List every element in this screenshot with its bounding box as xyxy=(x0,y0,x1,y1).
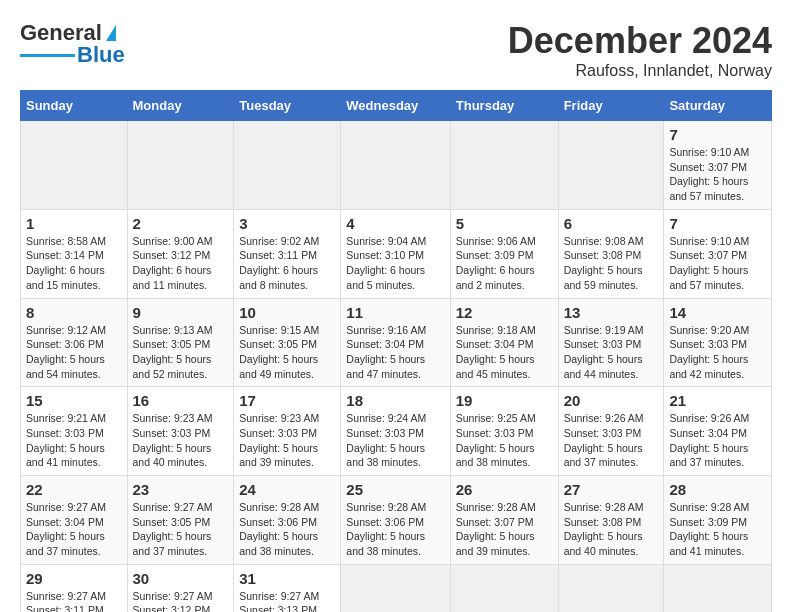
day-info: Sunrise: 9:28 AMSunset: 3:06 PMDaylight:… xyxy=(239,500,335,559)
calendar-week-row: 7Sunrise: 9:10 AMSunset: 3:07 PMDaylight… xyxy=(21,121,772,210)
calendar-week-row: 22Sunrise: 9:27 AMSunset: 3:04 PMDayligh… xyxy=(21,476,772,565)
table-row: 12Sunrise: 9:18 AMSunset: 3:04 PMDayligh… xyxy=(450,298,558,387)
day-number: 29 xyxy=(26,570,122,587)
day-info: Sunrise: 9:20 AMSunset: 3:03 PMDaylight:… xyxy=(669,323,766,382)
day-info: Sunrise: 9:24 AMSunset: 3:03 PMDaylight:… xyxy=(346,411,444,470)
day-number: 2 xyxy=(133,215,229,232)
calendar-title: December 2024 xyxy=(508,20,772,62)
table-row: 6Sunrise: 9:08 AMSunset: 3:08 PMDaylight… xyxy=(558,209,664,298)
day-info: Sunrise: 9:27 AMSunset: 3:12 PMDaylight:… xyxy=(133,589,229,612)
table-row: 18Sunrise: 9:24 AMSunset: 3:03 PMDayligh… xyxy=(341,387,450,476)
day-info: Sunrise: 9:28 AMSunset: 3:09 PMDaylight:… xyxy=(669,500,766,559)
day-info: Sunrise: 9:26 AMSunset: 3:04 PMDaylight:… xyxy=(669,411,766,470)
calendar-week-row: 15Sunrise: 9:21 AMSunset: 3:03 PMDayligh… xyxy=(21,387,772,476)
table-row: 13Sunrise: 9:19 AMSunset: 3:03 PMDayligh… xyxy=(558,298,664,387)
header-wednesday: Wednesday xyxy=(341,91,450,121)
day-info: Sunrise: 9:27 AMSunset: 3:11 PMDaylight:… xyxy=(26,589,122,612)
table-row: 22Sunrise: 9:27 AMSunset: 3:04 PMDayligh… xyxy=(21,476,128,565)
day-number: 7 xyxy=(669,126,766,143)
day-number: 26 xyxy=(456,481,553,498)
day-number: 8 xyxy=(26,304,122,321)
day-number: 30 xyxy=(133,570,229,587)
table-row xyxy=(234,121,341,210)
table-row: 7Sunrise: 9:10 AMSunset: 3:07 PMDaylight… xyxy=(664,209,772,298)
header-tuesday: Tuesday xyxy=(234,91,341,121)
table-row xyxy=(664,564,772,612)
table-row: 29Sunrise: 9:27 AMSunset: 3:11 PMDayligh… xyxy=(21,564,128,612)
day-info: Sunrise: 9:16 AMSunset: 3:04 PMDaylight:… xyxy=(346,323,444,382)
day-number: 7 xyxy=(669,215,766,232)
header-friday: Friday xyxy=(558,91,664,121)
day-number: 27 xyxy=(564,481,659,498)
day-number: 23 xyxy=(133,481,229,498)
day-info: Sunrise: 9:23 AMSunset: 3:03 PMDaylight:… xyxy=(133,411,229,470)
calendar-title-block: December 2024 Raufoss, Innlandet, Norway xyxy=(508,20,772,80)
day-info: Sunrise: 9:21 AMSunset: 3:03 PMDaylight:… xyxy=(26,411,122,470)
day-number: 10 xyxy=(239,304,335,321)
page-header: General Blue December 2024 Raufoss, Innl… xyxy=(20,20,772,80)
day-number: 24 xyxy=(239,481,335,498)
day-number: 16 xyxy=(133,392,229,409)
table-row xyxy=(341,564,450,612)
table-row xyxy=(127,121,234,210)
table-row: 17Sunrise: 9:23 AMSunset: 3:03 PMDayligh… xyxy=(234,387,341,476)
day-number: 15 xyxy=(26,392,122,409)
day-info: Sunrise: 9:19 AMSunset: 3:03 PMDaylight:… xyxy=(564,323,659,382)
calendar-header-row: Sunday Monday Tuesday Wednesday Thursday… xyxy=(21,91,772,121)
table-row: 24Sunrise: 9:28 AMSunset: 3:06 PMDayligh… xyxy=(234,476,341,565)
table-row: 31Sunrise: 9:27 AMSunset: 3:13 PMDayligh… xyxy=(234,564,341,612)
table-row: 7Sunrise: 9:10 AMSunset: 3:07 PMDaylight… xyxy=(664,121,772,210)
day-info: Sunrise: 9:02 AMSunset: 3:11 PMDaylight:… xyxy=(239,234,335,293)
calendar-week-row: 1Sunrise: 8:58 AMSunset: 3:14 PMDaylight… xyxy=(21,209,772,298)
table-row xyxy=(450,121,558,210)
day-info: Sunrise: 9:08 AMSunset: 3:08 PMDaylight:… xyxy=(564,234,659,293)
day-info: Sunrise: 9:27 AMSunset: 3:13 PMDaylight:… xyxy=(239,589,335,612)
calendar-week-row: 8Sunrise: 9:12 AMSunset: 3:06 PMDaylight… xyxy=(21,298,772,387)
day-info: Sunrise: 9:27 AMSunset: 3:05 PMDaylight:… xyxy=(133,500,229,559)
day-number: 20 xyxy=(564,392,659,409)
day-number: 31 xyxy=(239,570,335,587)
table-row: 20Sunrise: 9:26 AMSunset: 3:03 PMDayligh… xyxy=(558,387,664,476)
day-number: 19 xyxy=(456,392,553,409)
day-info: Sunrise: 9:18 AMSunset: 3:04 PMDaylight:… xyxy=(456,323,553,382)
day-info: Sunrise: 9:13 AMSunset: 3:05 PMDaylight:… xyxy=(133,323,229,382)
logo: General Blue xyxy=(20,20,125,68)
day-info: Sunrise: 9:26 AMSunset: 3:03 PMDaylight:… xyxy=(564,411,659,470)
table-row: 16Sunrise: 9:23 AMSunset: 3:03 PMDayligh… xyxy=(127,387,234,476)
day-info: Sunrise: 9:28 AMSunset: 3:08 PMDaylight:… xyxy=(564,500,659,559)
day-number: 18 xyxy=(346,392,444,409)
header-thursday: Thursday xyxy=(450,91,558,121)
table-row: 4Sunrise: 9:04 AMSunset: 3:10 PMDaylight… xyxy=(341,209,450,298)
table-row: 8Sunrise: 9:12 AMSunset: 3:06 PMDaylight… xyxy=(21,298,128,387)
day-info: Sunrise: 9:27 AMSunset: 3:04 PMDaylight:… xyxy=(26,500,122,559)
table-row xyxy=(21,121,128,210)
table-row: 15Sunrise: 9:21 AMSunset: 3:03 PMDayligh… xyxy=(21,387,128,476)
day-info: Sunrise: 9:10 AMSunset: 3:07 PMDaylight:… xyxy=(669,145,766,204)
table-row xyxy=(558,121,664,210)
day-number: 3 xyxy=(239,215,335,232)
day-info: Sunrise: 9:12 AMSunset: 3:06 PMDaylight:… xyxy=(26,323,122,382)
table-row xyxy=(558,564,664,612)
day-number: 1 xyxy=(26,215,122,232)
table-row: 28Sunrise: 9:28 AMSunset: 3:09 PMDayligh… xyxy=(664,476,772,565)
day-number: 25 xyxy=(346,481,444,498)
day-info: Sunrise: 9:04 AMSunset: 3:10 PMDaylight:… xyxy=(346,234,444,293)
day-info: Sunrise: 9:28 AMSunset: 3:07 PMDaylight:… xyxy=(456,500,553,559)
table-row: 2Sunrise: 9:00 AMSunset: 3:12 PMDaylight… xyxy=(127,209,234,298)
day-number: 6 xyxy=(564,215,659,232)
table-row xyxy=(341,121,450,210)
day-info: Sunrise: 8:58 AMSunset: 3:14 PMDaylight:… xyxy=(26,234,122,293)
day-info: Sunrise: 9:25 AMSunset: 3:03 PMDaylight:… xyxy=(456,411,553,470)
table-row: 11Sunrise: 9:16 AMSunset: 3:04 PMDayligh… xyxy=(341,298,450,387)
calendar-week-row: 29Sunrise: 9:27 AMSunset: 3:11 PMDayligh… xyxy=(21,564,772,612)
table-row: 1Sunrise: 8:58 AMSunset: 3:14 PMDaylight… xyxy=(21,209,128,298)
header-saturday: Saturday xyxy=(664,91,772,121)
header-monday: Monday xyxy=(127,91,234,121)
day-number: 22 xyxy=(26,481,122,498)
table-row: 14Sunrise: 9:20 AMSunset: 3:03 PMDayligh… xyxy=(664,298,772,387)
day-info: Sunrise: 9:10 AMSunset: 3:07 PMDaylight:… xyxy=(669,234,766,293)
table-row: 23Sunrise: 9:27 AMSunset: 3:05 PMDayligh… xyxy=(127,476,234,565)
table-row: 3Sunrise: 9:02 AMSunset: 3:11 PMDaylight… xyxy=(234,209,341,298)
table-row: 19Sunrise: 9:25 AMSunset: 3:03 PMDayligh… xyxy=(450,387,558,476)
calendar-table: Sunday Monday Tuesday Wednesday Thursday… xyxy=(20,90,772,612)
